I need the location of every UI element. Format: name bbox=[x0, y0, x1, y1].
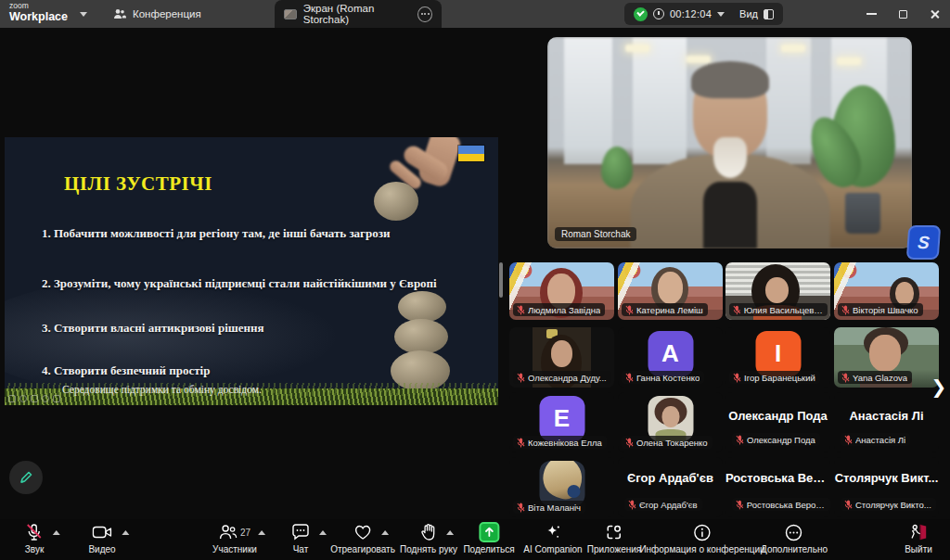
brand-top: zoom bbox=[9, 2, 68, 10]
participant-name-label: Олена Токаренко bbox=[636, 438, 708, 448]
audio-options-chevron[interactable] bbox=[53, 530, 60, 535]
participant-name-label: Yana Glazova bbox=[853, 373, 907, 383]
maximize-button[interactable] bbox=[887, 0, 918, 28]
screen-thumbnail-icon bbox=[284, 9, 297, 19]
next-participants-page-button[interactable]: ❯ bbox=[930, 373, 948, 401]
participant-name-label: Олександра Дуду... bbox=[528, 373, 607, 383]
chat-icon bbox=[291, 524, 310, 541]
participant-name-label: Ганна Костенко bbox=[636, 373, 700, 383]
tab-screen-label: Экран (Roman Storchak) bbox=[303, 3, 412, 25]
slide-title: ЦІЛІ ЗУСТРІЧІ bbox=[64, 172, 212, 196]
more-ellipsis-icon bbox=[785, 524, 802, 541]
avatar: A bbox=[648, 331, 693, 376]
meeting-main-area: ЦІЛІ ЗУСТРІЧІ 1. Побачити можливості для… bbox=[0, 28, 950, 519]
participant-tile[interactable]: Олена Токаренко bbox=[618, 392, 723, 452]
tab-more-options-icon[interactable] bbox=[417, 6, 432, 22]
participant-tile[interactable]: I Ігор Баранецький bbox=[725, 327, 830, 388]
participant-tile[interactable]: Ростовська Вер... Ростовська Верон... bbox=[725, 457, 830, 517]
pencil-icon bbox=[19, 470, 33, 485]
react-options-chevron[interactable] bbox=[381, 530, 389, 535]
participant-tile[interactable]: A Ганна Костенко bbox=[618, 327, 723, 388]
slide-item-1: 1. Побачити можливості для регіону там, … bbox=[42, 226, 478, 241]
participant-name-label: Вікторія Швачко bbox=[853, 305, 918, 315]
meeting-toolbar: Звук Видео 27 Участники Чат Отреагироват… bbox=[0, 519, 950, 560]
info-icon bbox=[694, 524, 712, 541]
layout-grid-icon bbox=[764, 9, 774, 19]
participant-name-label: Юлия Васильцева... bbox=[744, 305, 823, 315]
participant-name-label: Людмила Завідна bbox=[528, 305, 600, 315]
participant-tile[interactable]: Віта Маланіч bbox=[509, 457, 614, 517]
tab-conference-label: Конференция bbox=[133, 8, 201, 19]
avatar bbox=[648, 396, 693, 441]
participant-name-label: Кожевнікова Елла bbox=[528, 438, 602, 448]
security-shield-icon[interactable] bbox=[634, 7, 648, 21]
people-icon bbox=[113, 8, 126, 19]
participant-tile[interactable]: Юлия Васильцева... bbox=[725, 262, 830, 320]
participants-options-chevron[interactable] bbox=[258, 530, 265, 535]
zoom-workplace-logo: zoom Workplace bbox=[9, 2, 68, 22]
minimize-button[interactable] bbox=[855, 0, 887, 28]
chevron-down-icon[interactable] bbox=[80, 12, 87, 17]
presenter-mini-toolbar[interactable] bbox=[8, 395, 60, 402]
participant-tile[interactable]: Вікторія Швачко bbox=[834, 262, 939, 320]
apps-button[interactable]: Приложения bbox=[587, 522, 642, 554]
participant-tile[interactable]: Yana Glazova bbox=[834, 327, 939, 388]
participant-name-label: Олександр Пода bbox=[747, 435, 815, 445]
participants-count: 27 bbox=[240, 528, 250, 538]
participants-button[interactable]: 27 Участники bbox=[212, 522, 257, 554]
view-button[interactable]: Вид bbox=[739, 8, 774, 19]
participant-big-name: Єгор Ардаб'єв bbox=[618, 471, 723, 485]
timer-chevron-icon[interactable] bbox=[717, 12, 725, 17]
meeting-timer: 00:12:04 bbox=[670, 8, 712, 19]
ukraine-flag-icon bbox=[457, 145, 485, 162]
heart-icon bbox=[353, 524, 372, 541]
avatar: E bbox=[539, 396, 584, 441]
meeting-info-button[interactable]: Информация о конференции bbox=[639, 522, 764, 554]
participant-tile[interactable]: Катерина Леміш bbox=[618, 262, 723, 320]
chat-button[interactable]: Чат bbox=[291, 522, 310, 554]
chat-options-chevron[interactable] bbox=[319, 530, 327, 535]
leave-door-icon bbox=[908, 523, 929, 541]
ai-companion-button[interactable]: AI Companion bbox=[523, 522, 582, 554]
participant-tile[interactable]: Столярчук Викт... Столярчук Викто... bbox=[834, 457, 939, 517]
video-camera-icon bbox=[92, 525, 112, 540]
participant-big-name: Анастасія Лі bbox=[834, 409, 939, 423]
more-button[interactable]: Дополнительно bbox=[761, 522, 828, 554]
participant-tile[interactable]: Олександр Пода Олександр Пода bbox=[725, 392, 830, 452]
participant-name-label: Ростовська Верон... bbox=[747, 500, 826, 510]
video-button[interactable]: Видео bbox=[88, 522, 115, 554]
apps-icon bbox=[606, 524, 623, 541]
participant-name-label: Єгор Ардаб'єв bbox=[639, 500, 698, 510]
raise-hand-button[interactable]: Поднять руку bbox=[400, 522, 457, 554]
share-scrollbar[interactable] bbox=[499, 262, 503, 298]
participant-tile[interactable]: E Кожевнікова Елла bbox=[509, 392, 614, 452]
video-options-chevron[interactable] bbox=[122, 530, 129, 535]
slide-item-3: 3. Створити власні антикризові рішення bbox=[42, 321, 478, 336]
participant-name-label: Анастасія Лі bbox=[855, 435, 905, 445]
react-button[interactable]: Отреагировать bbox=[330, 522, 395, 554]
participants-icon bbox=[219, 524, 238, 541]
speaker-video-tile[interactable]: Roman Storchak bbox=[547, 37, 912, 248]
participant-name-label: Столярчук Викто... bbox=[855, 500, 931, 510]
slide-item-4-sub: Середовище підтримки та обміну досвідом. bbox=[62, 384, 262, 395]
audio-button[interactable]: Звук bbox=[25, 522, 45, 554]
participant-tile[interactable]: Єгор Ардаб'єв Єгор Ардаб'єв bbox=[618, 457, 723, 517]
tab-screen-share[interactable]: Экран (Roman Storchak) bbox=[275, 0, 442, 28]
participant-tile[interactable]: Олександра Дуду... bbox=[509, 327, 614, 388]
participant-tile[interactable]: Анастасія Лі Анастасія Лі bbox=[834, 392, 939, 452]
participant-name-label: Катерина Леміш bbox=[636, 305, 703, 315]
share-screen-button[interactable]: Поделиться bbox=[463, 522, 514, 554]
annotate-button[interactable] bbox=[9, 461, 43, 494]
slide-item-4: 4. Створити безпечний простір bbox=[42, 363, 478, 378]
app-overlay-logo-icon[interactable]: S bbox=[906, 225, 942, 260]
close-button[interactable] bbox=[918, 0, 950, 28]
window-titlebar: zoom Workplace Конференция Экран (Roman … bbox=[0, 0, 950, 28]
avatar: I bbox=[755, 331, 801, 376]
avatar bbox=[539, 461, 584, 506]
raise-hand-options-chevron[interactable] bbox=[446, 530, 454, 535]
leave-button[interactable]: Выйти bbox=[905, 522, 932, 554]
speaker-video-content bbox=[547, 37, 912, 248]
participant-tile[interactable]: Людмила Завідна bbox=[509, 262, 614, 320]
tab-conference[interactable]: Конференция bbox=[104, 0, 211, 28]
view-label: Вид bbox=[739, 8, 758, 19]
